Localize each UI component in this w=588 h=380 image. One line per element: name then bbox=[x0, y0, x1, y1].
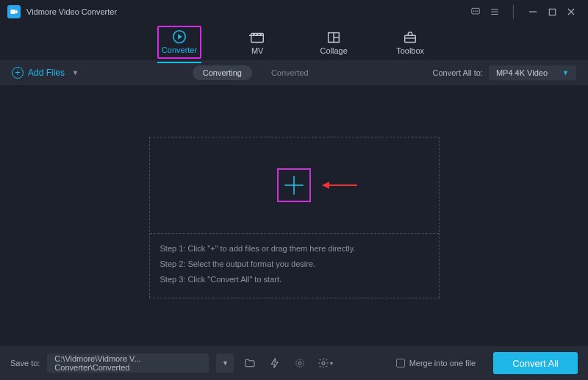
high-speed-button[interactable] bbox=[291, 354, 309, 372]
output-format-select[interactable]: MP4 4K Video ▼ bbox=[489, 65, 576, 80]
workarea: Step 1: Click "+" to add files or drag t… bbox=[0, 85, 588, 350]
hardware-accel-button[interactable] bbox=[266, 354, 284, 372]
feedback-icon[interactable] bbox=[466, 2, 485, 21]
merge-label: Merge into one file bbox=[409, 359, 476, 368]
secondary-toolbar: + Add Files ▼ Converting Converted Conve… bbox=[0, 60, 588, 85]
dropzone[interactable]: Step 1: Click "+" to add files or drag t… bbox=[149, 137, 440, 298]
tab-toolbox[interactable]: Toolbox bbox=[390, 28, 431, 57]
svg-point-26 bbox=[296, 359, 304, 368]
app-logo bbox=[7, 5, 21, 18]
instructions: Step 1: Click "+" to add files or drag t… bbox=[150, 234, 439, 295]
titlebar: Vidmore Video Converter │ bbox=[0, 0, 588, 24]
chevron-down-icon: ▼ bbox=[72, 69, 79, 76]
annotation-arrow bbox=[322, 182, 357, 189]
app-title: Vidmore Video Converter bbox=[26, 7, 117, 16]
checkbox-box bbox=[396, 359, 405, 368]
svg-point-4 bbox=[477, 11, 478, 12]
tab-collage[interactable]: Collage bbox=[313, 28, 354, 57]
toolbox-icon bbox=[401, 29, 419, 46]
tab-label: Collage bbox=[320, 46, 347, 55]
mv-icon bbox=[248, 29, 266, 46]
plus-circle-icon: + bbox=[12, 67, 24, 79]
merge-checkbox[interactable]: Merge into one file bbox=[396, 359, 476, 368]
svg-rect-21 bbox=[405, 35, 416, 42]
svg-point-25 bbox=[298, 362, 301, 365]
svg-point-3 bbox=[476, 11, 476, 12]
converting-tab[interactable]: Converting bbox=[193, 65, 252, 80]
svg-rect-0 bbox=[11, 10, 16, 14]
close-button[interactable] bbox=[562, 2, 581, 21]
collage-icon bbox=[325, 29, 343, 46]
step-3: Step 3: Click "Convert All" to start. bbox=[160, 272, 429, 287]
output-path-dropdown[interactable]: ▼ bbox=[216, 354, 234, 373]
maximize-button[interactable] bbox=[542, 2, 562, 21]
convert-all-to-label: Convert All to: bbox=[432, 68, 482, 77]
divider: │ bbox=[504, 2, 523, 21]
convert-all-button[interactable]: Convert All bbox=[493, 352, 578, 374]
footer-bar: Save to: C:\Vidmore\Vidmore V... Convert… bbox=[0, 346, 588, 380]
svg-rect-9 bbox=[549, 9, 555, 15]
tab-mv[interactable]: MV bbox=[237, 28, 278, 57]
svg-point-17 bbox=[260, 34, 261, 35]
minimize-button[interactable] bbox=[523, 2, 542, 21]
tab-label: MV bbox=[251, 46, 264, 55]
settings-button[interactable]: ▾ bbox=[316, 354, 334, 372]
add-files-button[interactable]: + Add Files ▼ bbox=[12, 67, 79, 79]
svg-point-2 bbox=[473, 11, 474, 12]
step-2: Step 2: Select the output format you des… bbox=[160, 257, 429, 272]
svg-point-27 bbox=[322, 362, 325, 365]
tab-label: Toolbox bbox=[396, 46, 424, 55]
tab-label: Converter bbox=[162, 46, 197, 54]
step-1: Step 1: Click "+" to add files or drag t… bbox=[160, 241, 429, 257]
add-files-label: Add Files bbox=[28, 68, 65, 78]
svg-point-15 bbox=[254, 34, 254, 35]
svg-point-16 bbox=[257, 34, 258, 35]
save-to-label: Save to: bbox=[10, 359, 40, 368]
add-files-big-button[interactable] bbox=[277, 168, 311, 202]
open-folder-button[interactable] bbox=[241, 354, 259, 372]
format-selected-value: MP4 4K Video bbox=[496, 68, 548, 77]
converter-icon bbox=[171, 29, 188, 45]
chevron-down-icon: ▼ bbox=[562, 69, 569, 76]
output-path-field[interactable]: C:\Vidmore\Vidmore V... Converter\Conver… bbox=[47, 354, 209, 373]
menu-icon[interactable] bbox=[485, 2, 504, 21]
converted-tab[interactable]: Converted bbox=[261, 65, 319, 80]
tab-converter[interactable]: Converter bbox=[157, 26, 201, 59]
main-tabs: Converter MV Collage Toolbox bbox=[0, 24, 588, 60]
